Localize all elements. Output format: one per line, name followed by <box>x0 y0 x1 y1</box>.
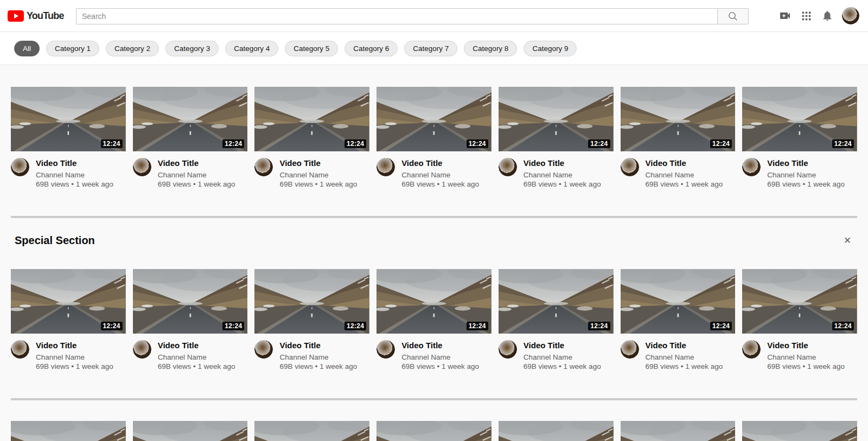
search-input[interactable] <box>76 8 717 24</box>
video-details: Video Title Channel Name 69B views • 1 w… <box>621 158 736 189</box>
channel-avatar[interactable] <box>499 340 517 359</box>
channel-name[interactable]: Channel Name <box>36 170 113 180</box>
channel-avatar[interactable] <box>11 340 29 359</box>
category-chip[interactable]: Category 4 <box>225 41 278 56</box>
youtube-wordmark: YouTube <box>27 10 64 22</box>
video-title[interactable]: Video Title <box>36 158 113 169</box>
category-chip[interactable]: All <box>14 41 40 56</box>
video-details: Video Title Channel Name 69B views • 1 w… <box>254 340 369 371</box>
video-thumbnail[interactable]: 12:24 <box>621 87 736 151</box>
category-chip[interactable]: Category 3 <box>165 41 219 56</box>
video-thumbnail[interactable]: 12:24 <box>133 421 248 441</box>
channel-avatar[interactable] <box>11 158 29 176</box>
video-thumbnail[interactable]: 12:24 <box>621 421 736 441</box>
channel-avatar[interactable] <box>376 340 395 359</box>
video-card: 12:24 Video Title Channel Name 69B views… <box>376 421 492 441</box>
category-chip[interactable]: Category 1 <box>46 41 99 56</box>
section-close-button[interactable]: ✕ <box>841 234 853 246</box>
channel-name[interactable]: Channel Name <box>158 170 235 180</box>
video-thumbnail[interactable]: 12:24 <box>376 269 492 334</box>
video-title[interactable]: Video Title <box>279 158 357 169</box>
video-thumbnail[interactable]: 12:24 <box>254 269 369 334</box>
channel-avatar[interactable] <box>376 158 395 176</box>
channel-name[interactable]: Channel Name <box>524 353 601 362</box>
channel-avatar-photo <box>621 158 639 176</box>
search-button[interactable] <box>717 8 749 24</box>
channel-avatar[interactable] <box>742 340 761 359</box>
video-title[interactable]: Video Title <box>401 340 479 351</box>
channel-avatar[interactable] <box>499 158 517 176</box>
video-title[interactable]: Video Title <box>36 340 113 351</box>
video-meta: 69B views • 1 week ago <box>401 362 479 371</box>
video-feed: 12:24 Video Title Channel Name 69B views… <box>0 87 868 441</box>
channel-name[interactable]: Channel Name <box>401 170 479 180</box>
channel-name[interactable]: Channel Name <box>646 170 723 180</box>
video-thumbnail[interactable]: 12:24 <box>499 269 614 334</box>
category-chip[interactable]: Category 2 <box>106 41 159 56</box>
channel-name[interactable]: Channel Name <box>158 353 235 362</box>
video-thumbnail[interactable]: 12:24 <box>742 421 857 441</box>
channel-name[interactable]: Channel Name <box>646 353 723 362</box>
video-thumbnail[interactable]: 12:24 <box>133 269 248 334</box>
category-chip[interactable]: Category 7 <box>404 41 457 56</box>
channel-name[interactable]: Channel Name <box>401 353 479 362</box>
video-text-block: Video Title Channel Name 69B views • 1 w… <box>36 158 113 189</box>
channel-avatar-photo <box>254 340 273 359</box>
videos-row: 12:24 Video Title Channel Name 69B views… <box>0 421 868 441</box>
video-thumbnail[interactable]: 12:24 <box>11 87 126 151</box>
channel-name[interactable]: Channel Name <box>524 170 601 180</box>
category-chip[interactable]: Category 9 <box>524 41 577 56</box>
category-chip[interactable]: Category 6 <box>344 41 398 56</box>
video-title[interactable]: Video Title <box>158 158 235 169</box>
video-thumbnail[interactable]: 12:24 <box>254 421 369 441</box>
channel-avatar[interactable] <box>254 158 273 176</box>
channel-avatar[interactable] <box>133 340 151 359</box>
video-title[interactable]: Video Title <box>646 158 723 169</box>
category-chip[interactable]: Category 5 <box>285 41 338 56</box>
category-chip[interactable]: Category 8 <box>464 41 517 56</box>
video-details: Video Title Channel Name 69B views • 1 w… <box>133 158 248 189</box>
video-card: 12:24 Video Title Channel Name 69B views… <box>376 87 492 189</box>
channel-avatar[interactable] <box>621 340 639 359</box>
video-card: 12:24 Video Title Channel Name 69B views… <box>11 87 126 189</box>
channel-name[interactable]: Channel Name <box>36 353 113 362</box>
video-thumbnail[interactable]: 12:24 <box>621 269 736 334</box>
channel-avatar[interactable] <box>621 158 639 176</box>
create-video-button[interactable] <box>778 9 792 22</box>
youtube-logo[interactable]: YouTube <box>8 0 64 31</box>
video-thumbnail[interactable]: 12:24 <box>376 421 492 441</box>
video-thumbnail[interactable]: 12:24 <box>376 87 492 151</box>
channel-name[interactable]: Channel Name <box>279 170 357 180</box>
apps-grid-button[interactable] <box>800 9 813 22</box>
channel-avatar[interactable] <box>133 158 151 176</box>
channel-name[interactable]: Channel Name <box>767 353 845 362</box>
video-thumbnail[interactable]: 12:24 <box>499 87 614 151</box>
video-title[interactable]: Video Title <box>767 340 845 351</box>
video-thumbnail[interactable]: 12:24 <box>499 421 614 441</box>
video-title[interactable]: Video Title <box>524 340 601 351</box>
video-title[interactable]: Video Title <box>524 158 601 169</box>
channel-name[interactable]: Channel Name <box>767 170 845 180</box>
video-card: 12:24 Video Title Channel Name 69B views… <box>133 87 248 189</box>
video-title[interactable]: Video Title <box>646 340 723 351</box>
channel-name[interactable]: Channel Name <box>279 353 357 362</box>
video-meta: 69B views • 1 week ago <box>158 180 235 189</box>
notifications-button[interactable] <box>821 9 834 22</box>
channel-avatar[interactable] <box>742 158 761 176</box>
video-thumbnail[interactable]: 12:24 <box>11 421 126 441</box>
video-title[interactable]: Video Title <box>401 158 479 169</box>
video-thumbnail[interactable]: 12:24 <box>742 87 857 151</box>
videos-row: 12:24 Video Title Channel Name 69B views… <box>0 269 868 371</box>
video-title[interactable]: Video Title <box>279 340 357 351</box>
video-thumbnail[interactable]: 12:24 <box>11 269 126 334</box>
video-thumbnail[interactable]: 12:24 <box>742 269 857 334</box>
video-meta: 69B views • 1 week ago <box>646 362 723 371</box>
video-thumbnail[interactable]: 12:24 <box>133 87 248 151</box>
thumbnail-road-image <box>621 421 736 441</box>
user-avatar[interactable] <box>842 7 859 24</box>
duration-badge: 12:24 <box>467 322 488 330</box>
channel-avatar[interactable] <box>254 340 273 359</box>
video-thumbnail[interactable]: 12:24 <box>254 87 369 151</box>
video-title[interactable]: Video Title <box>158 340 235 351</box>
video-title[interactable]: Video Title <box>767 158 845 169</box>
